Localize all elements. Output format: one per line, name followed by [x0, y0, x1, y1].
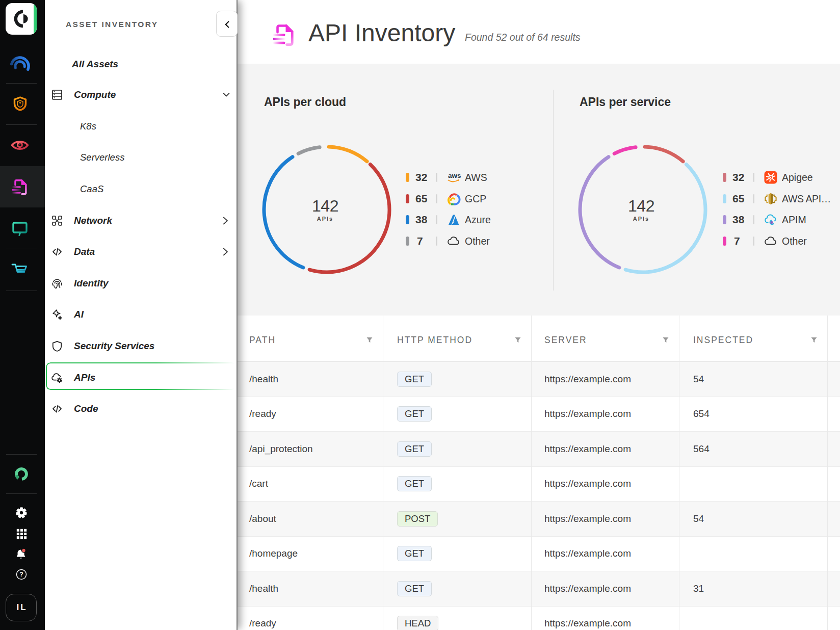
svg-text:?: ? — [19, 571, 23, 578]
svg-text:aws: aws — [448, 172, 461, 179]
